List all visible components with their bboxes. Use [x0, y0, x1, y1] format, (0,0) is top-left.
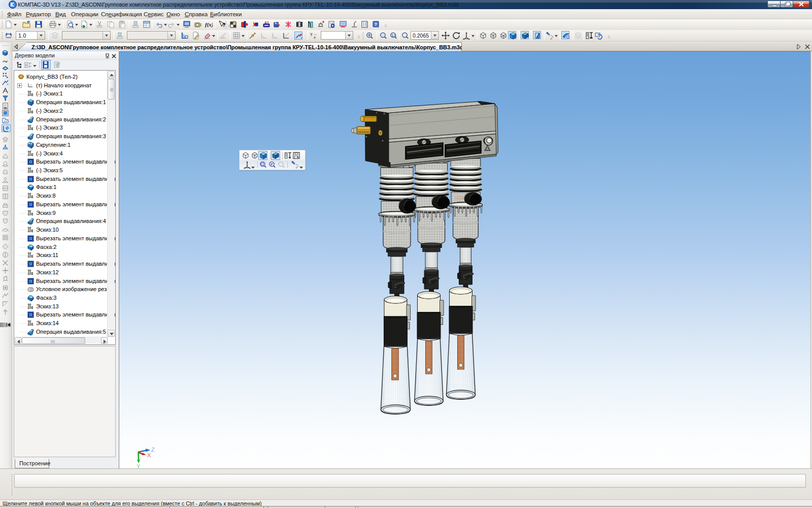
svg-text:Y: Y — [137, 463, 141, 468]
svg-text:x: x — [314, 36, 316, 39]
svg-text:f(x): f(x) — [205, 21, 213, 28]
svg-text:Z: Z — [151, 447, 155, 453]
svg-text:?: ? — [374, 22, 377, 27]
svg-text:A-X: A-X — [275, 21, 281, 25]
svg-text:X: X — [147, 452, 151, 458]
svg-text:1:1: 1:1 — [391, 34, 396, 37]
svg-text:A1: A1 — [264, 21, 269, 24]
